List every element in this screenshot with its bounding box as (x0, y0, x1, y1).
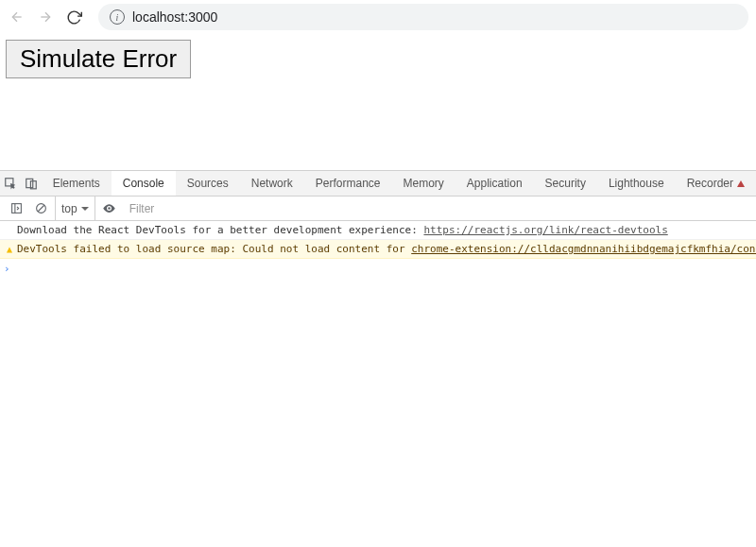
console-log-line: Download the React DevTools for a better… (0, 221, 756, 240)
tab-memory[interactable]: Memory (392, 171, 455, 196)
reload-button[interactable] (64, 8, 83, 26)
clear-console-icon[interactable] (30, 202, 51, 214)
url-text: localhost:3000 (132, 9, 217, 25)
svg-rect-1 (26, 179, 33, 187)
warning-icon: ▲ (2, 241, 17, 257)
tab-elements[interactable]: Elements (42, 171, 112, 196)
console-toolbar: top (0, 197, 756, 221)
site-info-icon[interactable]: i (110, 9, 125, 25)
tab-security[interactable]: Security (534, 171, 597, 196)
console-filter-input[interactable] (124, 197, 237, 220)
tab-sources[interactable]: Sources (176, 171, 240, 196)
browser-toolbar: i localhost:3000 (0, 0, 756, 34)
console-warn-text: DevTools failed to load source map: Coul… (17, 243, 411, 255)
back-button[interactable] (8, 8, 26, 26)
console-prompt[interactable]: › (0, 259, 756, 279)
tab-console[interactable]: Console (112, 171, 176, 196)
console-warn-link[interactable]: chrome-extension://clldacgmdnnanihiibdge… (411, 243, 756, 255)
console-sidebar-toggle-icon[interactable] (6, 202, 26, 214)
prompt-chevron-icon: › (4, 261, 10, 277)
forward-button[interactable] (36, 8, 55, 26)
console-output: Download the React DevTools for a better… (0, 221, 756, 279)
svg-point-7 (108, 207, 111, 210)
live-expression-icon[interactable] (99, 201, 120, 215)
context-selector[interactable]: top (55, 197, 95, 220)
tab-recorder[interactable]: Recorder (676, 171, 756, 196)
chevron-down-icon (81, 207, 89, 211)
tab-network[interactable]: Network (240, 171, 304, 196)
console-warn-line: ▲ DevTools failed to load source map: Co… (0, 240, 756, 259)
tab-lighthouse[interactable]: Lighthouse (597, 171, 676, 196)
console-log-link[interactable]: https://reactjs.org/link/react-devtools (423, 224, 667, 236)
page-viewport: Simulate Error (0, 34, 756, 170)
device-toggle-icon[interactable] (21, 171, 42, 196)
inspect-element-icon[interactable] (0, 171, 21, 196)
address-bar[interactable]: i localhost:3000 (98, 4, 748, 30)
svg-line-6 (38, 205, 44, 212)
tab-application[interactable]: Application (455, 171, 534, 196)
tab-performance[interactable]: Performance (304, 171, 392, 196)
simulate-error-button[interactable]: Simulate Error (6, 40, 191, 78)
svg-rect-3 (11, 204, 21, 214)
console-log-text: Download the React DevTools for a better… (17, 224, 423, 236)
context-label: top (61, 202, 77, 215)
devtools-tabbar: Elements Console Sources Network Perform… (0, 170, 756, 197)
